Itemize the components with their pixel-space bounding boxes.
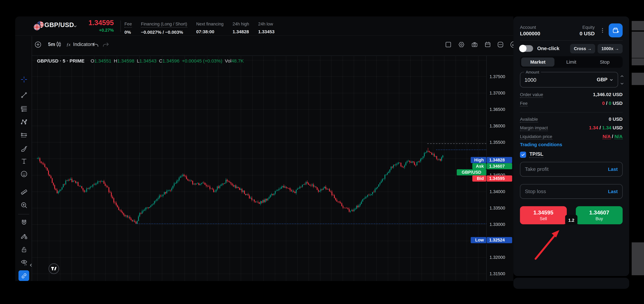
- axis-tick: 1.36500: [490, 107, 505, 112]
- amount-decrease-icon[interactable]: [620, 81, 624, 86]
- axis-tick: 1.32000: [490, 254, 505, 259]
- collapse-sidebar-icon[interactable]: [29, 262, 33, 269]
- stat-label[interactable]: Fee: [124, 21, 132, 28]
- deposit-wallet-button[interactable]: [609, 23, 623, 37]
- stat-label: 24h low: [258, 21, 273, 26]
- sidebar-tool-draw-lock-icon[interactable]: [18, 230, 29, 241]
- divider: [120, 21, 121, 32]
- sidebar-tool-crosshair-icon[interactable]: [18, 74, 29, 85]
- ohlc-legend: GBP/USD · 5 · PRIMEO1.34551H1.34598L1.34…: [37, 58, 244, 63]
- tab-limit[interactable]: Limit: [555, 58, 588, 67]
- trading-conditions-link[interactable]: Trading conditions: [520, 142, 623, 147]
- one-click-toggle[interactable]: [520, 45, 533, 52]
- axis-tick: 1.34000: [490, 189, 505, 194]
- stat-label: Next financing: [196, 21, 224, 26]
- amount-field[interactable]: Amount GBP: [520, 72, 618, 88]
- sidebar-tool-fib-retracement-icon[interactable]: [18, 103, 29, 114]
- sidebar-tool-magnet-icon[interactable]: [18, 217, 29, 228]
- fullscreen-icon[interactable]: [509, 40, 513, 49]
- sell-button[interactable]: 1.34595 Sell: [520, 206, 567, 224]
- symbol-price: 1.34595: [85, 19, 114, 27]
- candlestick-chart[interactable]: [32, 56, 486, 281]
- margin-mode-button[interactable]: Cross →: [570, 44, 595, 53]
- price-tag-low: Low1.32524: [471, 237, 512, 243]
- calendar-icon[interactable]: [483, 40, 492, 49]
- account-id: L000000: [520, 31, 540, 36]
- redo-icon[interactable]: [101, 40, 110, 49]
- sidebar-tool-xabcd-pattern-icon[interactable]: [18, 116, 29, 127]
- sidebar-tool-trend-line-icon[interactable]: [18, 90, 29, 100]
- snapshot-camera-icon[interactable]: [470, 40, 479, 49]
- axis-tick: 1.36000: [490, 123, 505, 128]
- detail-row-available: Available0 USD: [520, 117, 623, 125]
- detail-value: 1.34 / 1.34 USD: [589, 125, 622, 130]
- chevron-down-icon[interactable]: [73, 23, 78, 30]
- axis-tick: 1.33000: [490, 222, 505, 226]
- more-options-icon[interactable]: [496, 40, 505, 49]
- stop-loss-last-link[interactable]: Last: [608, 189, 618, 194]
- divider: [520, 40, 623, 41]
- detail-label[interactable]: Liquidation price: [520, 134, 552, 140]
- sidebar-tool-zoom-in-icon[interactable]: [18, 200, 29, 210]
- sidebar-tool-link-icon[interactable]: [18, 270, 29, 281]
- take-profit-input[interactable]: [525, 166, 608, 172]
- secondary-panel-edge: [513, 278, 629, 289]
- indicators-fx-icon[interactable]: ƒx: [64, 40, 74, 49]
- buy-button[interactable]: 1.34607 Buy: [576, 206, 623, 224]
- detail-value: 0 USD: [609, 117, 623, 122]
- stat-label[interactable]: Financing (Long / Short): [141, 21, 187, 28]
- account-row: Account L000000 Equity 0 USD: [520, 22, 623, 39]
- axis-tick: 1.37500: [490, 74, 505, 79]
- sidebar-tool-emoji-icon[interactable]: [18, 168, 29, 179]
- leverage-button[interactable]: 1000x →: [598, 44, 623, 53]
- detail-label[interactable]: Order value: [520, 92, 543, 98]
- buy-price: 1.34607: [589, 209, 609, 216]
- currency-value: GBP: [597, 77, 608, 83]
- one-click-row: One-click Cross → 1000x →: [520, 43, 623, 54]
- detail-value: 1,346.02 USD: [593, 92, 623, 97]
- background-window-fragment: [632, 242, 644, 275]
- stop-loss-field[interactable]: Last: [520, 184, 623, 199]
- drawing-toolbar: ƒx: [15, 36, 32, 281]
- buy-label: Buy: [596, 216, 603, 221]
- amount-increase-icon[interactable]: [620, 74, 624, 78]
- take-profit-field[interactable]: Last: [520, 162, 623, 177]
- detail-label[interactable]: Margin impact: [520, 125, 548, 131]
- divider: [18, 214, 29, 214]
- chart-style-candles-icon[interactable]: [54, 40, 63, 49]
- sidebar-tool-hide-indicators-icon[interactable]: ƒx: [18, 257, 29, 267]
- legend-key: L: [137, 58, 140, 63]
- tab-stop[interactable]: Stop: [588, 58, 622, 67]
- layout-square-icon[interactable]: [444, 40, 453, 49]
- sidebar-tool-text-icon[interactable]: [18, 156, 29, 166]
- detail-label[interactable]: Available: [520, 117, 538, 122]
- trade-buttons: 1.34595 Sell 1.34607 Buy 1.2: [520, 206, 623, 224]
- sell-price: 1.34595: [533, 209, 554, 216]
- stat-24h-low: 24h low1.33453: [258, 20, 274, 35]
- amount-input[interactable]: [524, 77, 597, 83]
- detail-row-order-value: Order value1,346.02 USD: [520, 92, 623, 101]
- add-symbol-icon[interactable]: [33, 40, 42, 49]
- tradingview-logo[interactable]: [48, 263, 60, 274]
- sidebar-tool-brush-icon[interactable]: [18, 143, 29, 154]
- undo-icon[interactable]: [91, 40, 100, 49]
- sidebar-tool-long-position-icon[interactable]: [18, 130, 29, 140]
- take-profit-last-link[interactable]: Last: [608, 167, 618, 172]
- symbol-name[interactable]: GBP/USD: [44, 21, 74, 29]
- tpsl-checkbox[interactable]: [520, 151, 526, 158]
- tab-market[interactable]: Market: [521, 58, 554, 67]
- axis-tick: 1.35500: [490, 140, 505, 144]
- stat-value: 07:38:00: [196, 29, 224, 34]
- legend-value: 1.34598: [117, 58, 134, 63]
- detail-label[interactable]: Fee: [520, 101, 528, 106]
- axis-tick: 1.37000: [490, 90, 505, 95]
- chart-settings-gear-icon[interactable]: [457, 40, 466, 49]
- sidebar-tool-ruler-icon[interactable]: [18, 186, 29, 197]
- account-menu-kebab-icon[interactable]: [599, 26, 606, 35]
- legend-title: GBP/USD · 5 · PRIME: [37, 58, 84, 63]
- stat-value: 0%: [124, 30, 132, 35]
- stop-loss-input[interactable]: [525, 188, 608, 194]
- sidebar-tool-lock-open-icon[interactable]: [18, 244, 29, 255]
- currency-dropdown[interactable]: GBP: [597, 77, 614, 83]
- trading-app: GBP/USD 1.34595 +0.27% Fee0%Financing (L…: [0, 0, 644, 304]
